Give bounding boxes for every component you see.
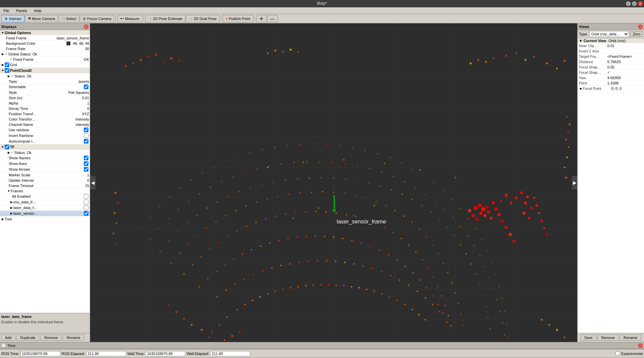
pc2-status-row[interactable]: ▶ ✓ Status: Ok bbox=[0, 73, 90, 79]
views-focal-shape1-row[interactable]: Focal Shap… 0.05 bbox=[578, 64, 644, 70]
focus-camera-button[interactable]: ◎ Focus Camera bbox=[80, 15, 114, 22]
tf-update-interval-row[interactable]: Update Interval 0 bbox=[0, 178, 90, 183]
menu-help[interactable]: Help bbox=[32, 8, 43, 13]
wall-elapsed-input[interactable] bbox=[210, 351, 250, 356]
pc2-use-rainbow-row[interactable]: Use rainbow bbox=[0, 127, 90, 133]
tf-frames-row[interactable]: ▼ Frames bbox=[0, 188, 90, 194]
close-button[interactable]: × bbox=[638, 1, 643, 6]
publish-point-button[interactable]: ● Publish Point bbox=[223, 15, 253, 22]
extra-btn-1[interactable]: ✛ bbox=[256, 15, 266, 22]
frame-rate-row[interactable]: Frame Rate 30 bbox=[0, 46, 90, 51]
tf-status-row[interactable]: ▶ ✓ Status: Ok bbox=[0, 150, 90, 155]
global-options-expand[interactable]: ▼ bbox=[1, 31, 5, 34]
tf-all-enabled-row[interactable]: All Enabled bbox=[0, 194, 90, 199]
tf-status-expand[interactable]: ▶ bbox=[7, 151, 11, 154]
tf-frame-timeout-row[interactable]: Frame Timeout 15 bbox=[0, 183, 90, 188]
pc2-color-transform-row[interactable]: Color Transfor… Intensity bbox=[0, 117, 90, 122]
tf-imu-expand[interactable]: ▶ bbox=[9, 200, 13, 204]
rename-button[interactable]: Rename bbox=[63, 335, 84, 341]
views-invert-z-row[interactable]: Invert Z Axis bbox=[578, 48, 644, 54]
tf-marker-scale-row[interactable]: Marker Scale 1 bbox=[0, 172, 90, 178]
remove-button[interactable]: Remove bbox=[40, 335, 61, 341]
menu-file[interactable]: File bbox=[1, 8, 11, 13]
tree-item-expand[interactable]: ▶ bbox=[1, 217, 5, 221]
minimize-button[interactable]: − bbox=[626, 1, 631, 6]
grid-row[interactable]: ▶ Grid bbox=[0, 62, 90, 68]
experimental-checkbox[interactable] bbox=[616, 351, 620, 356]
measure-button[interactable]: ⊷ Measure bbox=[117, 15, 142, 22]
grid-checkbox[interactable] bbox=[5, 62, 9, 67]
tf-frames-expand[interactable]: ▼ bbox=[7, 189, 11, 193]
2d-pose-button[interactable]: → 2D Pose Estimate bbox=[145, 15, 185, 22]
pc2-autocompute-row[interactable]: Autocompute I… bbox=[0, 139, 90, 144]
pc2-selectable-checkbox[interactable] bbox=[84, 84, 88, 89]
views-pitch-row[interactable]: Pitch 1.4398 bbox=[578, 80, 644, 86]
maximize-button[interactable]: □ bbox=[632, 1, 637, 6]
displays-close-button[interactable]: × bbox=[84, 24, 88, 29]
pc2-autocompute-checkbox[interactable] bbox=[84, 139, 88, 144]
tf-checkbox[interactable] bbox=[5, 145, 9, 149]
views-type-select[interactable]: Orbit (rviz_defa… bbox=[589, 31, 629, 37]
views-remove-button[interactable]: Remove bbox=[598, 335, 619, 341]
tf-all-enabled-checkbox[interactable] bbox=[84, 194, 88, 199]
tf-expand[interactable]: ▼ bbox=[1, 145, 5, 149]
views-rename-button[interactable]: Rename bbox=[620, 335, 641, 341]
views-focal-point-expand[interactable]: ▶ bbox=[579, 87, 583, 90]
tf-laser-data-expand[interactable]: ▶ bbox=[9, 206, 13, 209]
tf-laser-sensor-expand[interactable]: ▶ bbox=[9, 212, 13, 215]
global-options-row[interactable]: ▼ Global Options bbox=[0, 30, 90, 35]
pc2-invert-rainbow-checkbox[interactable] bbox=[84, 133, 88, 138]
viewport-left-arrow[interactable]: ◀ bbox=[90, 176, 95, 189]
pointcloud2-expand[interactable]: ▼ bbox=[1, 69, 5, 72]
pc2-decay-row[interactable]: Decay Time 0 bbox=[0, 106, 90, 111]
tf-show-names-row[interactable]: Show Names bbox=[0, 155, 90, 161]
background-color-row[interactable]: Background Color 48; 48; 48 bbox=[0, 41, 90, 46]
pc2-status-expand[interactable]: ▶ bbox=[7, 74, 11, 78]
pointcloud2-row[interactable]: ▼ PointCloud2 bbox=[0, 68, 90, 73]
tf-imu-row[interactable]: ▶ imu_data_fr… bbox=[0, 199, 90, 205]
global-status-fixed-frame-row[interactable]: ✓ Fixed Frame OK bbox=[0, 57, 90, 62]
tf-laser-data-checkbox[interactable] bbox=[84, 205, 88, 210]
views-focal-point-row[interactable]: ▶ Focal Point 0; 0; 0 bbox=[578, 86, 644, 91]
tf-show-axes-row[interactable]: Show Axes bbox=[0, 161, 90, 167]
ros-elapsed-input[interactable] bbox=[86, 351, 126, 356]
wall-time-input[interactable] bbox=[145, 351, 185, 356]
pc2-selectable-row[interactable]: Selectable bbox=[0, 84, 90, 90]
pc2-topic-row[interactable]: Topic /points bbox=[0, 79, 90, 84]
grid-expand[interactable]: ▶ bbox=[1, 63, 5, 66]
views-near-clip-row[interactable]: Near Clip … 0.01 bbox=[578, 43, 644, 48]
pc2-use-rainbow-checkbox[interactable] bbox=[84, 128, 88, 132]
views-focal-shape2-row[interactable]: Focal Shap… ✓ bbox=[578, 70, 644, 75]
extra-btn-2[interactable]: — bbox=[267, 15, 278, 22]
current-view-expand[interactable]: ▼ bbox=[579, 39, 583, 43]
pc2-size-row[interactable]: Size (m) 0.01 bbox=[0, 95, 90, 101]
interact-button[interactable]: 🖱 Interact bbox=[1, 15, 24, 22]
ros-time-input[interactable] bbox=[20, 351, 60, 356]
tf-show-axes-checkbox[interactable] bbox=[84, 161, 88, 166]
center-view[interactable]: laser_sensor_frame ◀ ▶ bbox=[90, 23, 577, 342]
views-save-button[interactable]: Save bbox=[581, 335, 596, 341]
pc2-invert-rainbow-row[interactable]: Invert Rainbow bbox=[0, 133, 90, 139]
2d-goal-button[interactable]: → 2D Goal Pose bbox=[186, 15, 219, 22]
global-status-row[interactable]: ▶ ✓ Global Status: Ok bbox=[0, 51, 90, 57]
background-color-swatch[interactable] bbox=[66, 41, 70, 45]
views-yaw-row[interactable]: Yaw 4.69358 bbox=[578, 75, 644, 80]
displays-tree[interactable]: ▼ Global Options Fixed Frame laser_senso… bbox=[0, 30, 90, 313]
tf-show-names-checkbox[interactable] bbox=[84, 156, 88, 160]
time-close-button[interactable]: × bbox=[638, 343, 643, 348]
duplicate-button[interactable]: Duplicate bbox=[17, 335, 39, 341]
tf-laser-sensor-row[interactable]: ▶ laser_sensor… bbox=[0, 211, 90, 216]
menu-panels[interactable]: Panels bbox=[14, 8, 29, 13]
tf-laser-sensor-checkbox[interactable] bbox=[84, 211, 88, 216]
tf-show-arrows-row[interactable]: Show Arrows bbox=[0, 167, 90, 172]
pointcloud2-checkbox[interactable] bbox=[5, 68, 9, 73]
fixed-frame-row[interactable]: Fixed Frame laser_sensor_frame bbox=[0, 35, 90, 41]
pc2-style-row[interactable]: Style Flat Squares bbox=[0, 90, 90, 95]
pc2-alpha-row[interactable]: Alpha 1 bbox=[0, 101, 90, 106]
viewport-right-arrow[interactable]: ▶ bbox=[572, 176, 577, 189]
views-target-frame-row[interactable]: Target Fra… <Fixed Frame> bbox=[578, 54, 644, 59]
pc2-pos-transform-row[interactable]: Position Transf… XYZ bbox=[0, 111, 90, 117]
pc2-channel-name-row[interactable]: Channel Name intensity bbox=[0, 122, 90, 127]
global-status-expand[interactable]: ▶ bbox=[1, 52, 5, 56]
tf-laser-data-row[interactable]: ▶ laser_data_f… bbox=[0, 205, 90, 211]
